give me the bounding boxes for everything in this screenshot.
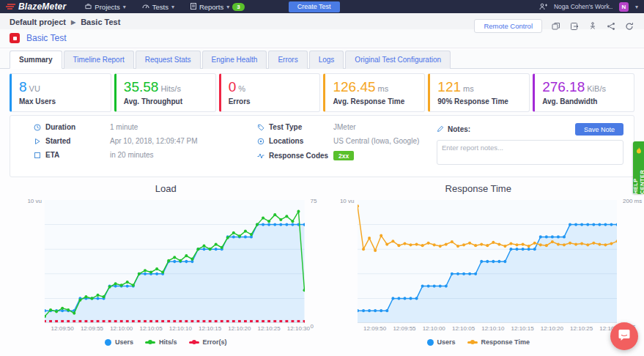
flame-icon xyxy=(636,144,642,157)
chat-bubble-button[interactable] xyxy=(610,322,638,350)
legend-label: Error(s) xyxy=(203,338,227,346)
detail-label: Test Type xyxy=(269,123,333,131)
detail-duration: Duration 1 minute xyxy=(34,123,257,131)
tab-request-stats[interactable]: Request Stats xyxy=(136,51,201,69)
details-left-column: Duration 1 minute Started Apr 10, 2018, … xyxy=(34,123,257,168)
notes-section: Notes: Save Note xyxy=(437,123,623,168)
nav-projects[interactable]: Projects ▾ xyxy=(85,3,125,11)
legend-item-users[interactable]: Users xyxy=(427,338,456,346)
create-test-button[interactable]: Create Test xyxy=(289,1,340,12)
load-x-axis-labels: 12:09:5012:09:5512:10:0012:10:0512:10:10… xyxy=(45,325,305,334)
notes-label: Notes: xyxy=(437,125,470,134)
help-center-tab[interactable]: HELP CENTER xyxy=(633,141,644,194)
right-axis-min-label: 0 xyxy=(311,323,314,330)
kpi-label: Avg. Throughput xyxy=(124,97,208,105)
kpi-label: Avg. Bandwidth xyxy=(542,97,626,105)
refresh-icon[interactable] xyxy=(625,22,634,31)
detail-value: 1 minute xyxy=(110,123,138,131)
kpi-value: 8 xyxy=(19,79,27,94)
kpi-90-response-time: 121ms 90% Response Time xyxy=(428,73,530,112)
details-right-column: Test Type JMeter Locations US Central (I… xyxy=(257,123,437,168)
save-note-button[interactable]: Save Note xyxy=(575,123,623,136)
tab-original-test-configuration[interactable]: Original Test Configuration xyxy=(345,51,451,69)
detail-started: Started Apr 10, 2018, 12:09:47 PM xyxy=(34,137,257,145)
brand-name: BlazeMeter xyxy=(18,1,66,12)
kpi-unit: VU xyxy=(29,84,40,93)
detail-value: US Central (Iowa, Google) xyxy=(333,137,419,145)
gauge-icon xyxy=(142,3,149,11)
report-header: Default project ▶ Basic Test Basic Test … xyxy=(0,13,644,48)
legend-label: Response Time xyxy=(481,338,530,346)
clock-icon xyxy=(34,124,45,131)
detail-test-type: Test Type JMeter xyxy=(257,123,437,131)
tab-engine-health[interactable]: Engine Health xyxy=(202,51,267,69)
detail-label: Response Codes xyxy=(269,152,333,160)
test-details-card: Duration 1 minute Started Apr 10, 2018, … xyxy=(10,115,634,177)
kpi-avg-throughput: 35.58Hits/s Avg. Throughput xyxy=(114,73,216,112)
accessibility-icon[interactable] xyxy=(588,22,597,31)
response-time-x-axis-labels: 12:09:5012:09:5512:10:0012:10:0512:10:10… xyxy=(358,325,618,334)
detail-label: Started xyxy=(45,137,110,145)
compare-reports-icon[interactable] xyxy=(552,22,560,31)
help-center-label: HELP CENTER xyxy=(632,158,644,194)
legend-item-users[interactable]: Users xyxy=(105,338,133,346)
legend-swatch xyxy=(105,339,111,346)
load-chart-legend: UsersHits/sError(s) xyxy=(14,338,318,346)
charts-row: Load 10 vu 75 0 12:09:5012:09:5512:10:00… xyxy=(10,183,634,346)
stop-test-button[interactable] xyxy=(10,33,20,43)
breadcrumb-test[interactable]: Basic Test xyxy=(81,18,120,26)
kpi-label: Avg. Response Time xyxy=(333,97,417,105)
top-navbar: BlazeMeter Projects ▾ Tests ▾ Reports ▾ … xyxy=(0,0,644,13)
tab-logs[interactable]: Logs xyxy=(309,51,344,69)
kpi-value: 35.58 xyxy=(124,79,159,94)
breadcrumb-project[interactable]: Default project xyxy=(10,18,66,26)
chevron-down-icon[interactable]: ▾ xyxy=(635,4,638,10)
report-notes-input[interactable] xyxy=(437,140,623,165)
kpi-label: 90% Response Time xyxy=(437,97,522,105)
legend-item-error-s-[interactable]: Error(s) xyxy=(189,338,227,346)
legend-item-hits-s[interactable]: Hits/s xyxy=(145,338,177,346)
nav-tests[interactable]: Tests ▾ xyxy=(142,3,174,11)
breadcrumb-arrow-icon: ▶ xyxy=(71,19,75,26)
legend-swatch xyxy=(467,341,478,344)
avatar[interactable]: N xyxy=(619,2,629,12)
response-time-chart-plot xyxy=(358,200,618,323)
detail-label: Duration xyxy=(45,123,110,131)
legend-item-response-time[interactable]: Response Time xyxy=(467,338,530,346)
location-icon xyxy=(257,138,269,145)
invite-user-icon[interactable] xyxy=(539,3,547,10)
reports-count-badge: 3 xyxy=(232,3,244,11)
tab-timeline-report[interactable]: Timeline Report xyxy=(64,51,134,69)
kpi-label: Errors xyxy=(229,97,313,105)
share-icon[interactable] xyxy=(607,22,615,31)
chevron-down-icon: ▾ xyxy=(226,4,229,10)
kpi-row: 8VU Max Users 35.58Hits/s Avg. Throughpu… xyxy=(10,73,634,112)
report-tabs: Summary Timeline Report Request Stats En… xyxy=(0,50,644,69)
blazemeter-logo[interactable]: BlazeMeter xyxy=(6,0,66,13)
remote-control-button[interactable]: Remote Control xyxy=(474,19,542,33)
kpi-value: 126.45 xyxy=(333,79,375,94)
header-actions: Remote Control xyxy=(474,19,634,33)
page-title[interactable]: Basic Test xyxy=(26,33,66,43)
nav-reports-label: Reports xyxy=(199,3,223,11)
pulse-icon xyxy=(257,152,269,160)
right-axis-max-label: 200 ms xyxy=(623,198,642,204)
kpi-label: Max Users xyxy=(19,97,103,105)
detail-value: JMeter xyxy=(333,123,356,131)
legend-label: Hits/s xyxy=(159,338,177,346)
export-report-icon[interactable] xyxy=(570,22,579,31)
detail-value: Apr 10, 2018, 12:09:47 PM xyxy=(110,137,198,145)
left-axis-label: 10 vu xyxy=(18,198,42,204)
nav-reports[interactable]: Reports ▾ 3 xyxy=(190,3,245,11)
response-time-chart-panel: Response Time 10 vu 200 ms 0 ms 12:09:50… xyxy=(322,183,635,346)
workspace-name[interactable]: Noga Cohen's Work... xyxy=(554,3,612,10)
tag-icon xyxy=(257,124,269,131)
detail-eta: ETA in 20 minutes xyxy=(34,151,257,159)
tab-summary[interactable]: Summary xyxy=(10,51,62,69)
speed-lines-icon xyxy=(6,0,15,13)
tab-errors[interactable]: Errors xyxy=(268,51,307,69)
kpi-avg-response-time: 126.45ms Avg. Response Time xyxy=(323,73,425,112)
legend-swatch xyxy=(427,339,434,346)
chevron-down-icon: ▾ xyxy=(171,4,174,10)
legend-label: Users xyxy=(115,338,133,346)
